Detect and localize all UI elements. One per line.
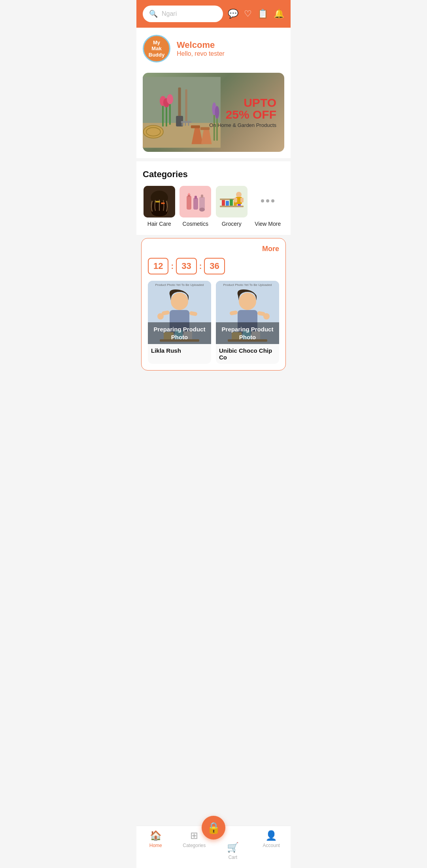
product-name-1: Unibic Choco Chip Co <box>216 344 279 364</box>
svg-rect-17 <box>191 125 200 128</box>
svg-rect-28 <box>187 196 191 210</box>
svg-rect-14 <box>181 123 183 126</box>
heart-icon[interactable]: ♡ <box>244 9 252 19</box>
timer-sep-1: : <box>171 262 174 271</box>
search-icon: 🔍 <box>149 9 158 18</box>
category-item-viewmore[interactable]: View More <box>251 186 285 227</box>
dot-3 <box>271 199 274 202</box>
timer-seconds: 36 <box>204 258 225 274</box>
cosmetics-image <box>179 186 211 217</box>
view-more-label: View More <box>255 221 281 227</box>
more-link[interactable]: More <box>148 245 279 253</box>
avatar-text: My Mak Buddy <box>149 40 164 58</box>
welcome-section: My Mak Buddy Welcome Hello, revo tester <box>136 28 291 70</box>
svg-point-9 <box>167 94 173 104</box>
cosmetics-label: Cosmetics <box>183 221 208 227</box>
header: 🔍 Ngari 💬 ♡ 📋 🔔 <box>136 0 291 28</box>
dot-1 <box>261 199 264 202</box>
svg-rect-12 <box>185 89 187 123</box>
search-bar[interactable]: 🔍 Ngari <box>143 6 223 22</box>
header-icons: 💬 ♡ 📋 🔔 <box>228 9 284 19</box>
grocery-image <box>216 186 248 217</box>
avatar: My Mak Buddy <box>143 35 170 62</box>
categories-grid: Hair Care Cosmetics <box>143 186 284 227</box>
preparing-overlay-0: Preparing Product Photo <box>148 322 211 344</box>
svg-point-59 <box>239 293 256 310</box>
haircare-label: Hair Care <box>147 221 171 227</box>
product-card-1[interactable]: Product Photo Yet To Be Uploaded Prepari… <box>216 281 279 364</box>
welcome-subtitle: Hello, revo tester <box>177 50 225 57</box>
svg-rect-37 <box>220 206 244 207</box>
svg-point-44 <box>236 192 242 197</box>
banner-subtitle: On Home & Garden Products <box>209 122 276 128</box>
timer-minutes: 33 <box>176 258 196 274</box>
svg-rect-26 <box>161 202 165 204</box>
welcome-text: Welcome Hello, revo tester <box>177 40 225 57</box>
svg-rect-25 <box>155 201 160 202</box>
svg-rect-15 <box>185 123 186 126</box>
category-item-grocery[interactable]: Grocery <box>215 186 248 227</box>
banner[interactable]: UPTO 25% OFF On Home & Garden Products <box>143 73 284 152</box>
grocery-label: Grocery <box>222 221 242 227</box>
svg-point-53 <box>157 313 164 320</box>
search-input[interactable]: Ngari <box>162 10 177 17</box>
svg-point-63 <box>263 313 270 320</box>
timer-hours: 12 <box>148 258 168 274</box>
product-name-0: Likla Rush <box>148 344 211 357</box>
svg-rect-35 <box>201 195 203 198</box>
svg-rect-39 <box>222 200 225 206</box>
product-image-1: Product Photo Yet To Be Uploaded Prepari… <box>216 281 279 344</box>
banner-section: UPTO 25% OFF On Home & Garden Products <box>136 70 291 158</box>
categories-title: Categories <box>143 169 284 180</box>
chat-icon[interactable]: 💬 <box>228 9 238 19</box>
svg-rect-13 <box>181 121 192 123</box>
bell-icon[interactable]: 🔔 <box>274 9 284 19</box>
products-grid: Product Photo Yet To Be Uploaded Prepari… <box>148 281 279 364</box>
svg-rect-32 <box>195 196 197 199</box>
category-item-cosmetics[interactable]: Cosmetics <box>179 186 212 227</box>
product-card-0[interactable]: Product Photo Yet To Be Uploaded Prepari… <box>148 281 211 364</box>
clipboard-icon[interactable]: 📋 <box>257 9 268 19</box>
banner-off: 25% OFF <box>209 109 276 121</box>
svg-point-34 <box>199 208 205 212</box>
svg-rect-31 <box>193 198 198 210</box>
svg-rect-41 <box>230 199 233 206</box>
banner-upto: UPTO <box>209 97 276 109</box>
preparing-overlay-1: Preparing Product Photo <box>216 322 279 344</box>
svg-rect-18 <box>200 127 210 130</box>
svg-rect-16 <box>188 123 189 126</box>
svg-rect-40 <box>226 201 229 206</box>
haircare-image <box>144 186 175 217</box>
svg-rect-47 <box>240 198 244 202</box>
svg-rect-46 <box>234 198 237 202</box>
product-photo-note-0: Product Photo Yet To Be Uploaded <box>155 283 204 287</box>
timer: 12 : 33 : 36 <box>148 258 279 274</box>
view-more-dots-container <box>252 186 283 217</box>
svg-rect-30 <box>188 193 190 195</box>
category-item-haircare[interactable]: Hair Care <box>143 186 176 227</box>
welcome-title: Welcome <box>177 40 225 50</box>
products-section: More 12 : 33 : 36 <box>141 238 286 371</box>
dot-2 <box>266 199 269 202</box>
product-image-0: Product Photo Yet To Be Uploaded Prepari… <box>148 281 211 344</box>
categories-section: Categories Hair Care <box>136 161 291 235</box>
product-photo-note-1: Product Photo Yet To Be Uploaded <box>223 283 272 287</box>
svg-point-49 <box>171 293 188 310</box>
banner-text: UPTO 25% OFF On Home & Garden Products <box>209 97 276 128</box>
timer-sep-2: : <box>199 262 202 271</box>
view-more-dots <box>261 199 274 202</box>
bottom-spacer <box>136 374 291 405</box>
